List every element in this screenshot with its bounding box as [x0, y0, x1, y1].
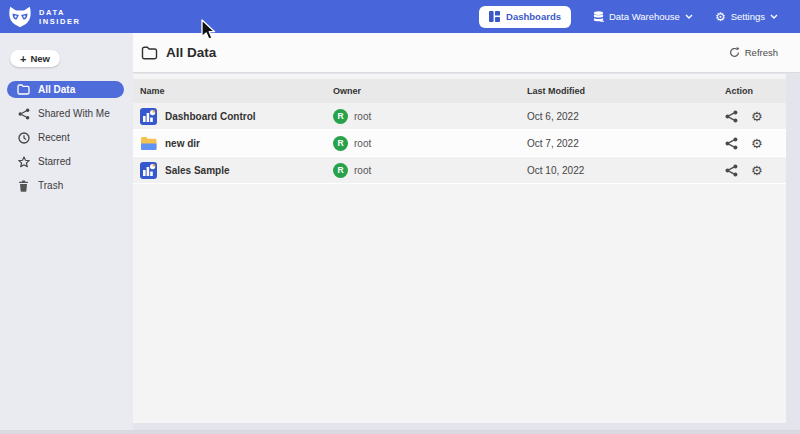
top-navbar: DATA INSIDER Dashboards Data Warehouse [0, 0, 800, 33]
refresh-button[interactable]: Refresh [729, 47, 778, 58]
chevron-down-icon [685, 14, 693, 19]
brand-name: DATA INSIDER [39, 8, 81, 26]
share-icon [17, 108, 30, 120]
plus-icon: + [20, 53, 26, 65]
owner-avatar: R [333, 136, 348, 151]
column-header-owner: Owner [333, 86, 527, 96]
settings-action-icon[interactable]: ⚙ [751, 164, 763, 177]
sidebar-item-label: Starred [38, 156, 71, 167]
page-title: All Data [141, 45, 216, 60]
new-button[interactable]: + New [10, 50, 60, 67]
folder-icon [141, 46, 158, 60]
settings-label: Settings [731, 11, 765, 22]
owner-name: root [354, 111, 371, 122]
last-modified: Oct 7, 2022 [527, 138, 722, 149]
trash-icon [17, 180, 30, 192]
owl-logo-icon [8, 6, 32, 28]
sidebar-item-shared-with-me[interactable]: Shared With Me [7, 105, 124, 122]
sidebar-item-label: All Data [38, 84, 75, 95]
share-action-icon[interactable] [725, 110, 738, 123]
brand: DATA INSIDER [8, 6, 81, 28]
dashboard-file-icon [140, 108, 157, 125]
star-icon [17, 156, 30, 168]
sidebar-item-label: Trash [38, 180, 63, 191]
sidebar-item-starred[interactable]: Starred [7, 153, 124, 170]
column-header-name: Name [140, 86, 333, 96]
chevron-down-icon [770, 14, 778, 19]
clock-icon [17, 132, 30, 144]
data-warehouse-menu[interactable]: Data Warehouse [593, 11, 693, 23]
last-modified: Oct 10, 2022 [527, 165, 722, 176]
dashboards-icon [489, 11, 500, 22]
column-header-action: Action [722, 86, 782, 96]
table-row[interactable]: Sales Sample R root Oct 10, 2022 ⚙ [133, 157, 786, 184]
database-icon [593, 11, 604, 23]
folder-file-icon [140, 136, 157, 151]
refresh-icon [729, 47, 740, 58]
new-button-label: New [30, 53, 50, 64]
table-row[interactable]: new dir R root Oct 7, 2022 ⚙ [133, 130, 786, 157]
file-table: Name Owner Last Modified Action Dashboar… [133, 74, 786, 423]
table-row[interactable]: Dashboard Control R root Oct 6, 2022 ⚙ [133, 103, 786, 130]
sidebar-item-recent[interactable]: Recent [7, 129, 124, 146]
sidebar-item-all-data[interactable]: All Data [7, 81, 124, 98]
dashboards-label: Dashboards [506, 11, 561, 22]
content-header: All Data Refresh [133, 33, 800, 73]
last-modified: Oct 6, 2022 [527, 111, 722, 122]
window-bottom-edge [0, 430, 800, 434]
folder-icon [17, 84, 30, 95]
file-name[interactable]: Sales Sample [165, 165, 229, 176]
owner-name: root [354, 138, 371, 149]
sidebar-item-label: Shared With Me [38, 108, 110, 119]
column-header-last-modified: Last Modified [527, 86, 722, 96]
file-name[interactable]: Dashboard Control [165, 111, 256, 122]
settings-action-icon[interactable]: ⚙ [751, 110, 763, 123]
sidebar: + New All Data Shared With Me [0, 33, 133, 430]
owner-avatar: R [333, 163, 348, 178]
sidebar-item-trash[interactable]: Trash [7, 177, 124, 194]
share-action-icon[interactable] [725, 164, 738, 177]
share-action-icon[interactable] [725, 137, 738, 150]
owner-avatar: R [333, 109, 348, 124]
dashboard-file-icon [140, 162, 157, 179]
gear-icon: ⚙ [715, 11, 726, 23]
settings-menu[interactable]: ⚙ Settings [715, 11, 778, 23]
dashboards-button[interactable]: Dashboards [479, 6, 571, 28]
refresh-label: Refresh [745, 47, 778, 58]
page-title-text: All Data [166, 45, 216, 60]
owner-name: root [354, 165, 371, 176]
data-warehouse-label: Data Warehouse [609, 11, 680, 22]
table-header-row: Name Owner Last Modified Action [133, 79, 786, 103]
file-name[interactable]: new dir [165, 138, 200, 149]
settings-action-icon[interactable]: ⚙ [751, 137, 763, 150]
sidebar-item-label: Recent [38, 132, 70, 143]
